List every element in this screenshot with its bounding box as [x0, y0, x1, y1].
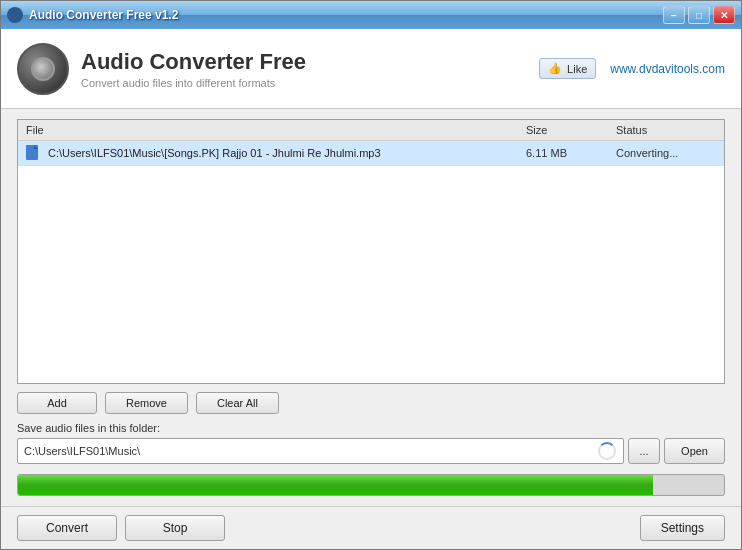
- progress-section: [17, 474, 725, 496]
- app-title-block: Audio Converter Free Convert audio files…: [81, 49, 306, 89]
- folder-input-wrap: [17, 438, 624, 464]
- clear-all-button[interactable]: Clear All: [196, 392, 279, 414]
- title-bar-controls: − □ ✕: [663, 6, 735, 24]
- folder-input[interactable]: [17, 438, 624, 464]
- app-subtitle: Convert audio files into different forma…: [81, 77, 306, 89]
- save-row: ... Open: [17, 438, 725, 464]
- file-path: C:\Users\ILFS01\Music\[Songs.PK] Rajjo 0…: [48, 147, 381, 159]
- file-table: File Size Status C:\Users\ILFS01\Music\[…: [17, 119, 725, 384]
- settings-button[interactable]: Settings: [640, 515, 725, 541]
- spinner-wrap: [598, 442, 616, 460]
- thumbs-up-icon: 👍: [548, 62, 562, 75]
- browse-button[interactable]: ...: [628, 438, 660, 464]
- website-link[interactable]: www.dvdavitools.com: [610, 62, 725, 76]
- save-label: Save audio files in this folder:: [17, 422, 725, 434]
- col-file-header: File: [26, 124, 526, 136]
- stop-button[interactable]: Stop: [125, 515, 225, 541]
- bottom-bar: Convert Stop Settings: [1, 506, 741, 549]
- save-section: Save audio files in this folder: ... Ope…: [17, 422, 725, 464]
- file-cell: C:\Users\ILFS01\Music\[Songs.PK] Rajjo 0…: [26, 145, 526, 161]
- bottom-left-buttons: Convert Stop: [17, 515, 225, 541]
- status-cell: Converting...: [616, 147, 716, 159]
- app-icon: [7, 7, 23, 23]
- header-left: Audio Converter Free Convert audio files…: [17, 43, 306, 95]
- table-header: File Size Status: [18, 120, 724, 141]
- remove-button[interactable]: Remove: [105, 392, 188, 414]
- table-row[interactable]: C:\Users\ILFS01\Music\[Songs.PK] Rajjo 0…: [18, 141, 724, 166]
- app-title: Audio Converter Free: [81, 49, 306, 75]
- file-icon: [26, 145, 42, 161]
- main-content: File Size Status C:\Users\ILFS01\Music\[…: [1, 109, 741, 506]
- loading-spinner: [598, 442, 616, 460]
- add-button[interactable]: Add: [17, 392, 97, 414]
- open-button[interactable]: Open: [664, 438, 725, 464]
- progress-bar-fill: [18, 475, 653, 495]
- header-right: 👍 Like www.dvdavitools.com: [539, 58, 725, 79]
- like-button[interactable]: 👍 Like: [539, 58, 596, 79]
- like-label: Like: [567, 63, 587, 75]
- file-action-buttons: Add Remove Clear All: [17, 392, 725, 414]
- header: Audio Converter Free Convert audio files…: [1, 29, 741, 109]
- size-cell: 6.11 MB: [526, 147, 616, 159]
- convert-button[interactable]: Convert: [17, 515, 117, 541]
- close-button[interactable]: ✕: [713, 6, 735, 24]
- maximize-button[interactable]: □: [688, 6, 710, 24]
- title-bar-text: Audio Converter Free v1.2: [29, 8, 178, 22]
- main-window: Audio Converter Free v1.2 − □ ✕ Audio Co…: [0, 0, 742, 550]
- app-logo: [17, 43, 69, 95]
- minimize-button[interactable]: −: [663, 6, 685, 24]
- col-size-header: Size: [526, 124, 616, 136]
- title-bar: Audio Converter Free v1.2 − □ ✕: [1, 1, 741, 29]
- col-status-header: Status: [616, 124, 716, 136]
- table-body: C:\Users\ILFS01\Music\[Songs.PK] Rajjo 0…: [18, 141, 724, 383]
- progress-bar-background: [17, 474, 725, 496]
- title-bar-left: Audio Converter Free v1.2: [7, 7, 178, 23]
